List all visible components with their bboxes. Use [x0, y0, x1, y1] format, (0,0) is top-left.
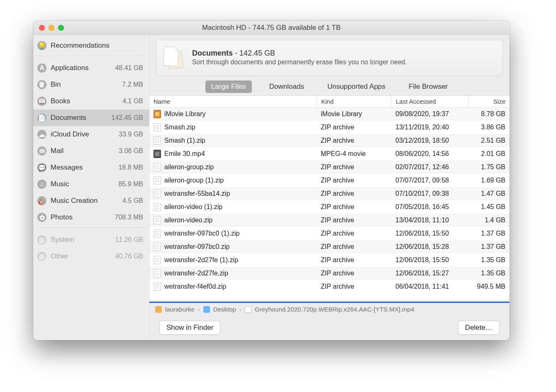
show-in-finder-button[interactable]: Show in Finder: [159, 321, 220, 335]
sidebar-item-music[interactable]: ♫Music85.9 MB: [33, 176, 149, 192]
close-icon[interactable]: [39, 25, 45, 31]
sidebar-item-messages[interactable]: 💬Messages18.8 MB: [33, 159, 149, 176]
table-row[interactable]: Smash (1).zipZIP archive03/12/2019, 18:5…: [149, 134, 510, 147]
file-last-accessed: 13/11/2019, 20:40: [391, 122, 468, 133]
file-last-accessed: 07/07/2017, 09:58: [391, 175, 468, 186]
table-row[interactable]: wetransfer-097bc0 (1).zipZIP archive12/0…: [149, 227, 510, 240]
home-icon: [155, 306, 162, 313]
sidebar-item-label: Documents: [51, 114, 107, 122]
file-icon: [154, 269, 161, 278]
file-kind: ZIP archive: [317, 241, 391, 253]
table-row[interactable]: wetransfer-097bc0.zipZIP archive12/06/20…: [149, 240, 510, 253]
file-icon: [154, 229, 161, 238]
path-segment[interactable]: Desktop: [213, 306, 236, 313]
file-size: 1.47 GB: [468, 188, 510, 200]
sidebar-item-applications[interactable]: AApplications48.41 GB: [33, 60, 149, 76]
table-row[interactable]: Smash.zipZIP archive13/11/2019, 20:403.8…: [149, 121, 510, 134]
tab-unsupported-apps[interactable]: Unsupported Apps: [322, 80, 391, 93]
table-header: Name Kind Last Accessed Size: [149, 96, 510, 107]
table-row[interactable]: wetransfer-2d27fe (1).zipZIP archive12/0…: [149, 253, 510, 267]
file-size: 1.37 GB: [468, 228, 510, 239]
sidebar-item-mail[interactable]: ✉Mail3.06 GB: [33, 143, 149, 159]
tab-file-browser[interactable]: File Browser: [403, 80, 454, 93]
sidebar-item-label: Music Creation: [51, 197, 118, 205]
doc-icon: 📄: [37, 113, 46, 122]
table-row[interactable]: wetransfer-f4ef0d.zipZIP archive06/04/20…: [149, 280, 510, 293]
music-icon: ♫: [37, 180, 46, 189]
sidebar-item-size: 4.5 GB: [122, 197, 143, 205]
sidebar-item-size: 40.76 GB: [115, 253, 143, 260]
sidebar-item-icloud-drive[interactable]: ☁iCloud Drive33.9 GB: [33, 126, 149, 143]
documents-icon: [160, 44, 185, 70]
pathbar[interactable]: lauraburke›Desktop›Greyhound.2020.720p.W…: [149, 303, 510, 315]
file-name: wetransfer-097bc0.zip: [164, 243, 229, 251]
col-name[interactable]: Name: [149, 96, 317, 107]
trash-icon: 🗑: [37, 80, 46, 89]
file-kind: ZIP archive: [317, 228, 391, 239]
action-bar: Show in Finder Delete…: [149, 315, 510, 340]
table-row[interactable]: aileron-group (1).zipZIP archive07/07/20…: [149, 174, 510, 187]
file-icon: [154, 190, 161, 198]
sidebar-item-system[interactable]: ◎System11.26 GB: [33, 231, 149, 248]
file-name: aileron-video.zip: [164, 217, 213, 224]
path-segment[interactable]: lauraburke: [165, 306, 195, 313]
sidebar-item-documents[interactable]: 📄Documents142.45 GB: [33, 110, 149, 126]
view-tabs: Large FilesDownloadsUnsupported AppsFile…: [149, 80, 510, 93]
sidebar-item-size: 33.9 GB: [119, 131, 143, 138]
guitar-icon: 🎸: [37, 196, 46, 205]
file-name: wetransfer-55ba14.zip: [164, 190, 230, 197]
sidebar-item-other[interactable]: ◎Other40.76 GB: [33, 248, 149, 265]
file-size: 1.75 GB: [468, 161, 510, 173]
sidebar-item-books[interactable]: 📖Books4.1 GB: [33, 93, 149, 110]
minimize-icon[interactable]: [49, 25, 54, 31]
table-row[interactable]: aileron-video (1).zipZIP archive07/05/20…: [149, 200, 510, 214]
table-row[interactable]: wetransfer-2d27fe.zipZIP archive12/06/20…: [149, 267, 510, 280]
file-icon: [154, 163, 161, 171]
zoom-icon[interactable]: [58, 25, 64, 31]
sidebar-item-bin[interactable]: 🗑Bin7.2 MB: [33, 76, 149, 93]
col-last-accessed[interactable]: Last Accessed: [391, 96, 468, 107]
file-last-accessed: 07/05/2018, 16:45: [391, 201, 468, 213]
file-kind: ZIP archive: [317, 135, 391, 146]
file-last-accessed: 02/07/2017, 12:46: [391, 161, 468, 173]
sidebar-item-label: Messages: [51, 163, 114, 172]
file-kind: ZIP archive: [317, 175, 391, 186]
file-size: 1.37 GB: [468, 241, 510, 253]
titlebar[interactable]: Macintosh HD - 744.75 GB available of 1 …: [33, 21, 510, 35]
table-row[interactable]: aileron-group.zipZIP archive02/07/2017, …: [149, 161, 510, 174]
file-last-accessed: 12/06/2018, 15:50: [391, 228, 468, 239]
file-last-accessed: 06/04/2018, 11:41: [391, 281, 468, 292]
file-name: Emile 30.mp4: [164, 150, 205, 158]
sidebar-item-label: Applications: [51, 64, 111, 72]
file-size: 1.69 GB: [468, 175, 510, 186]
table-row[interactable]: wetransfer-55ba14.zipZIP archive07/10/20…: [149, 187, 510, 200]
photo-icon: ✿: [37, 213, 46, 222]
mail-icon: ✉: [37, 146, 46, 156]
sidebar-item-photos[interactable]: ✿Photos708.3 MB: [33, 209, 149, 226]
file-icon: [154, 203, 161, 211]
table-row[interactable]: aileron-video.zipZIP archive13/04/2018, …: [149, 214, 510, 227]
file-table: Name Kind Last Accessed Size iMovie Libr…: [149, 95, 510, 303]
sidebar-item-size: 18.8 MB: [118, 164, 143, 171]
sidebar-item-recommendations[interactable]: 💡Recommendations: [33, 37, 149, 54]
bulb-icon: 💡: [37, 41, 46, 50]
col-size[interactable]: Size: [468, 96, 510, 107]
book-icon: 📖: [37, 97, 46, 106]
file-icon: [154, 282, 161, 291]
category-banner: Documents - 142.45 GB Sort through docum…: [156, 40, 503, 76]
sidebar-item-music-creation[interactable]: 🎸Music Creation4.5 GB: [33, 192, 149, 209]
table-row[interactable]: iMovie LibraryiMovie Library09/08/2020, …: [149, 107, 510, 121]
file-size: 949.5 MB: [468, 281, 510, 292]
col-kind[interactable]: Kind: [317, 96, 391, 107]
tab-downloads[interactable]: Downloads: [263, 80, 310, 93]
sidebar: 💡RecommendationsAApplications48.41 GB🗑Bi…: [33, 35, 149, 340]
cloud-icon: ☁: [37, 130, 46, 139]
path-segment[interactable]: Greyhound.2020.720p.WEBRip.x264.AAC-[YTS…: [255, 306, 414, 313]
delete-button[interactable]: Delete…: [458, 321, 500, 335]
file-kind: ZIP archive: [317, 268, 391, 279]
window-title: Macintosh HD - 744.75 GB available of 1 …: [33, 24, 510, 32]
table-row[interactable]: Emile 30.mp4MPEG-4 movie08/06/2020, 14:5…: [149, 147, 510, 161]
tab-large-files[interactable]: Large Files: [205, 80, 252, 93]
sidebar-item-label: Books: [51, 97, 118, 105]
file-icon: [154, 110, 161, 118]
